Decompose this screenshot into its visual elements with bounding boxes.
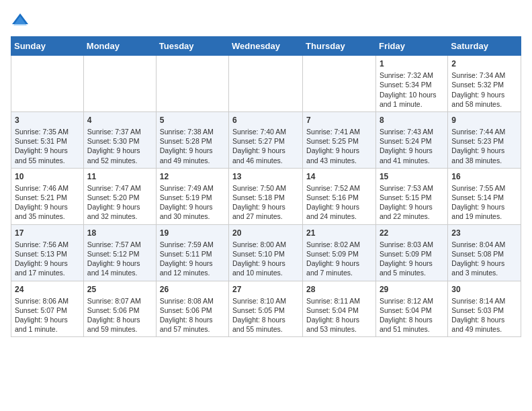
day-number: 23: [451, 228, 517, 238]
day-cell: 28Sunrise: 8:11 AMSunset: 5:04 PMDayligh…: [303, 281, 376, 337]
day-info: Sunrise: 8:00 AM: [232, 240, 299, 249]
day-info: Sunset: 5:05 PM: [232, 306, 299, 315]
day-cell: 9Sunrise: 7:44 AMSunset: 5:23 PMDaylight…: [448, 111, 521, 168]
day-cell: 26Sunrise: 8:08 AMSunset: 5:06 PMDayligh…: [156, 281, 228, 337]
day-info: Sunrise: 8:14 AM: [451, 296, 517, 306]
day-info: Sunset: 5:28 PM: [160, 136, 225, 146]
day-cell: 21Sunrise: 8:02 AMSunset: 5:09 PMDayligh…: [303, 224, 376, 281]
day-number: 27: [232, 284, 299, 295]
day-cell: 12Sunrise: 7:49 AMSunset: 5:19 PMDayligh…: [156, 168, 228, 224]
day-info: Daylight: 9 hours and 17 minutes.: [15, 259, 80, 277]
day-info: Sunrise: 8:11 AM: [306, 296, 372, 306]
day-info: Sunrise: 7:49 AM: [160, 183, 225, 193]
day-info: Daylight: 9 hours and 12 minutes.: [160, 259, 225, 277]
day-info: Sunrise: 7:43 AM: [380, 127, 444, 136]
day-cell: 23Sunrise: 8:04 AMSunset: 5:08 PMDayligh…: [448, 224, 521, 281]
day-info: Sunset: 5:24 PM: [380, 136, 444, 146]
day-cell: 2Sunrise: 7:34 AMSunset: 5:32 PMDaylight…: [448, 56, 521, 112]
day-number: 26: [160, 284, 225, 295]
day-cell: 6Sunrise: 7:40 AMSunset: 5:27 PMDaylight…: [229, 111, 303, 168]
day-info: Sunrise: 7:57 AM: [87, 240, 152, 249]
day-number: 14: [306, 171, 372, 182]
day-cell: 10Sunrise: 7:46 AMSunset: 5:21 PMDayligh…: [11, 168, 84, 224]
day-info: Sunset: 5:13 PM: [15, 249, 80, 259]
day-cell: 17Sunrise: 7:56 AMSunset: 5:13 PMDayligh…: [11, 224, 84, 281]
calendar-body: 1Sunrise: 7:32 AMSunset: 5:34 PMDaylight…: [11, 56, 521, 337]
day-info: Sunset: 5:30 PM: [87, 136, 152, 146]
day-info: Sunset: 5:21 PM: [15, 193, 80, 202]
header-saturday: Saturday: [448, 37, 521, 56]
day-cell: 14Sunrise: 7:52 AMSunset: 5:16 PMDayligh…: [303, 168, 376, 224]
day-info: Sunrise: 8:04 AM: [451, 240, 517, 249]
day-cell: 18Sunrise: 7:57 AMSunset: 5:12 PMDayligh…: [83, 224, 156, 281]
day-cell: 24Sunrise: 8:06 AMSunset: 5:07 PMDayligh…: [11, 281, 84, 337]
day-cell: 25Sunrise: 8:07 AMSunset: 5:06 PMDayligh…: [83, 281, 156, 337]
logo: [11, 11, 32, 30]
day-info: Daylight: 9 hours and 24 minutes.: [306, 202, 372, 221]
day-info: Daylight: 9 hours and 43 minutes.: [306, 146, 372, 165]
day-info: Sunrise: 7:32 AM: [380, 71, 444, 80]
day-info: Sunrise: 8:02 AM: [306, 240, 372, 249]
day-info: Daylight: 9 hours and 35 minutes.: [15, 202, 80, 221]
header-tuesday: Tuesday: [156, 37, 228, 56]
day-info: Sunrise: 7:50 AM: [232, 183, 299, 193]
day-number: 24: [15, 284, 80, 295]
header-sunday: Sunday: [11, 37, 84, 56]
day-info: Daylight: 8 hours and 57 minutes.: [160, 315, 225, 334]
week-row-1: 3Sunrise: 7:35 AMSunset: 5:31 PMDaylight…: [11, 111, 521, 168]
day-cell: 15Sunrise: 7:53 AMSunset: 5:15 PMDayligh…: [375, 168, 447, 224]
day-info: Sunset: 5:06 PM: [87, 306, 152, 315]
day-info: Sunrise: 8:08 AM: [160, 296, 225, 306]
day-number: 19: [160, 228, 225, 238]
day-info: Sunrise: 7:59 AM: [160, 240, 225, 249]
day-number: 11: [87, 171, 152, 182]
day-cell: 29Sunrise: 8:12 AMSunset: 5:04 PMDayligh…: [375, 281, 447, 337]
day-cell: [229, 56, 303, 112]
day-info: Sunrise: 7:38 AM: [160, 127, 225, 136]
day-info: Sunrise: 7:34 AM: [451, 71, 517, 80]
day-number: 12: [160, 171, 225, 182]
day-number: 20: [232, 228, 299, 238]
day-cell: [11, 56, 84, 112]
day-number: 13: [232, 171, 299, 182]
day-info: Sunset: 5:04 PM: [380, 306, 444, 315]
day-cell: 5Sunrise: 7:38 AMSunset: 5:28 PMDaylight…: [156, 111, 228, 168]
day-info: Sunrise: 8:10 AM: [232, 296, 299, 306]
header-monday: Monday: [83, 37, 156, 56]
day-info: Sunrise: 7:35 AM: [15, 127, 80, 136]
day-info: Daylight: 9 hours and 46 minutes.: [232, 146, 299, 165]
day-number: 22: [380, 228, 444, 238]
day-info: Daylight: 8 hours and 51 minutes.: [380, 315, 444, 334]
day-info: Sunrise: 7:56 AM: [15, 240, 80, 249]
day-info: Daylight: 9 hours and 14 minutes.: [87, 259, 152, 277]
day-number: 6: [232, 115, 299, 126]
day-info: Sunset: 5:31 PM: [15, 136, 80, 146]
day-info: Sunset: 5:11 PM: [160, 249, 225, 259]
header-thursday: Thursday: [303, 37, 376, 56]
day-info: Daylight: 10 hours and 1 minute.: [380, 90, 444, 109]
week-row-0: 1Sunrise: 7:32 AMSunset: 5:34 PMDaylight…: [11, 56, 521, 112]
header: [11, 11, 521, 30]
header-row: SundayMondayTuesdayWednesdayThursdayFrid…: [11, 37, 521, 56]
day-info: Sunset: 5:08 PM: [451, 249, 517, 259]
day-cell: 3Sunrise: 7:35 AMSunset: 5:31 PMDaylight…: [11, 111, 84, 168]
day-cell: 22Sunrise: 8:03 AMSunset: 5:09 PMDayligh…: [375, 224, 447, 281]
day-info: Daylight: 9 hours and 1 minute.: [15, 315, 80, 334]
day-info: Sunrise: 7:52 AM: [306, 183, 372, 193]
day-number: 17: [15, 228, 80, 238]
day-info: Sunset: 5:27 PM: [232, 136, 299, 146]
day-number: 21: [306, 228, 372, 238]
day-cell: 20Sunrise: 8:00 AMSunset: 5:10 PMDayligh…: [229, 224, 303, 281]
day-info: Sunrise: 8:12 AM: [380, 296, 444, 306]
day-info: Daylight: 9 hours and 7 minutes.: [306, 259, 372, 277]
day-number: 10: [15, 171, 80, 182]
day-info: Daylight: 8 hours and 55 minutes.: [232, 315, 299, 334]
day-cell: 11Sunrise: 7:47 AMSunset: 5:20 PMDayligh…: [83, 168, 156, 224]
day-cell: [83, 56, 156, 112]
day-info: Daylight: 8 hours and 49 minutes.: [451, 315, 517, 334]
day-cell: 30Sunrise: 8:14 AMSunset: 5:03 PMDayligh…: [448, 281, 521, 337]
day-number: 4: [87, 115, 152, 126]
day-info: Sunset: 5:23 PM: [451, 136, 517, 146]
week-row-2: 10Sunrise: 7:46 AMSunset: 5:21 PMDayligh…: [11, 168, 521, 224]
day-info: Daylight: 9 hours and 41 minutes.: [380, 146, 444, 165]
